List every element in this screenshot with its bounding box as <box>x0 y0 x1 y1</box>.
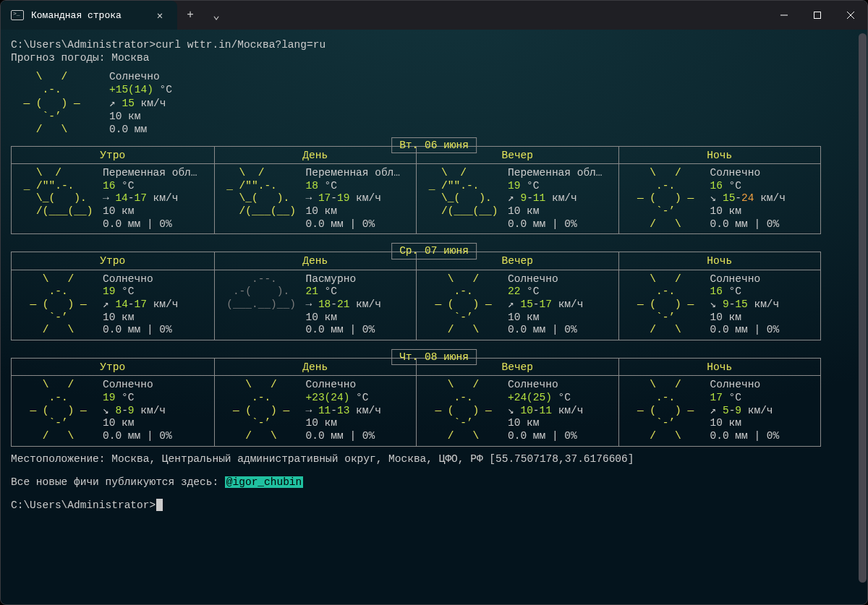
visibility: 10 км <box>103 205 197 218</box>
weather-ascii-icon: \ / .-. ― ( ) ― `-’ / \ <box>17 273 98 337</box>
visibility: 10 км <box>306 205 401 218</box>
current-temp: +15(14) °C <box>109 83 172 96</box>
weather-ascii-icon: \ / .-. ― ( ) ― `-’ / \ <box>625 167 706 231</box>
new-tab-button[interactable]: + <box>177 1 203 30</box>
weather-ascii-icon: .--. .-( ). (___.__)__) <box>221 273 302 325</box>
weather-ascii-icon: \ / .-. ― ( ) ― `-’ / \ <box>11 70 105 136</box>
current-visibility: 10 км <box>109 110 172 123</box>
weather-ascii-icon: \ / .-. ― ( ) ― `-’ / \ <box>17 379 98 442</box>
precipitation: 0.0 мм | 0% <box>710 218 786 231</box>
forecast-cell-info: Солнечно19 °C↗ 14-17 км/ч10 км0.0 мм | 0… <box>103 273 178 337</box>
titlebar-drag-region[interactable] <box>229 1 767 30</box>
close-window-button[interactable] <box>834 1 867 30</box>
forecast-grid: Утро \ / .-. ― ( ) ― `-’ / \Солнечно19 °… <box>11 252 821 340</box>
temperature: 19 °C <box>103 286 178 299</box>
news-line: Все новые фичи публикуются здесь: @igor_… <box>11 476 857 489</box>
current-info: Солнечно +15(14) °C ↗ 15 км/ч 10 км 0.0 … <box>109 70 172 136</box>
forecast-cell: \ / _ /"".-. \_( ). /(___(__)Переменная … <box>215 164 417 233</box>
condition-text: Солнечно <box>306 379 381 392</box>
weather-ascii-icon: \ / .-. ― ( ) ― `-’ / \ <box>221 379 302 442</box>
condition-text: Солнечно <box>710 379 780 392</box>
temperature: 22 °C <box>508 286 583 299</box>
weather-ascii-icon: \ / _ /"".-. \_( ). /(___(__) <box>17 167 98 218</box>
weather-ascii-icon: \ / _ /"".-. \_( ). /(___(__) <box>221 167 302 218</box>
forecast-grid: Утро \ / _ /"".-. \_( ). /(___(__)Переме… <box>11 146 821 235</box>
tab-close-button[interactable]: ✕ <box>150 9 170 22</box>
forecast-cell: .--. .-( ). (___.__)__) Пасмурно21 °C→ 1… <box>215 270 417 340</box>
temperature: 16 °C <box>710 286 780 299</box>
minimize-button[interactable] <box>767 1 801 30</box>
forecast-cell: \ / .-. ― ( ) ― `-’ / \Солнечно17 °C↗ 5-… <box>619 376 821 445</box>
twitter-handle: @igor_chubin <box>225 476 303 488</box>
forecast-header: Прогноз погоды: Москва <box>11 51 857 64</box>
forecast-grid: Утро \ / .-. ― ( ) ― `-’ / \Солнечно19 °… <box>11 358 821 447</box>
current-conditions: \ / .-. ― ( ) ― `-’ / \ Солнечно +15(14)… <box>11 70 857 136</box>
forecast-cell-info: Солнечно16 °C↘ 9-15 км/ч10 км0.0 мм | 0% <box>710 273 780 337</box>
tab-dropdown-button[interactable]: ⌄ <box>203 1 229 30</box>
forecast-cell: \ / .-. ― ( ) ― `-’ / \Солнечно22 °C↗ 15… <box>417 270 618 340</box>
visibility: 10 км <box>103 417 172 430</box>
wind: → 17-19 км/ч <box>306 192 401 205</box>
forecast-cell: \ / .-. ― ( ) ― `-’ / \Солнечно19 °C↘ 8-… <box>12 376 214 445</box>
forecast-cell: \ / _ /"".-. \_( ). /(___(__)Переменная … <box>12 164 214 233</box>
wind: ↘ 9-15 км/ч <box>710 299 780 312</box>
scrollbar-thumb[interactable] <box>859 33 867 583</box>
weather-ascii-icon: \ / _ /"".-. \_( ). /(___(__) <box>422 167 503 218</box>
precipitation: 0.0 мм | 0% <box>710 324 780 337</box>
daypart-header: Ночь <box>619 252 821 270</box>
precipitation: 0.0 мм | 0% <box>508 218 603 231</box>
forecast-date: Чт. 08 июня <box>391 349 477 365</box>
tab-active[interactable]: Командная строка ✕ <box>1 1 177 30</box>
precipitation: 0.0 мм | 0% <box>103 324 178 337</box>
terminal-icon <box>11 10 24 20</box>
prompt: C:\Users\Administrator> <box>11 499 156 511</box>
condition-text: Солнечно <box>508 379 583 392</box>
forecast-cell-info: Солнечно19 °C↘ 8-9 км/ч10 км0.0 мм | 0% <box>103 379 172 442</box>
forecast-day: Вт. 06 июняУтро \ / _ /"".-. \_( ). /(__… <box>11 146 857 235</box>
forecast-cell-info: Солнечно16 °C↘ 15-24 км/ч10 км0.0 мм | 0… <box>710 167 786 231</box>
wind: ↗ 15-17 км/ч <box>508 299 583 312</box>
forecast-cell: \ / .-. ― ( ) ― `-’ / \Солнечно16 °C↘ 15… <box>619 164 821 233</box>
forecast-cell-info: Пасмурно21 °C→ 18-21 км/ч10 км0.0 мм | 0… <box>306 273 381 337</box>
prompt-line[interactable]: C:\Users\Administrator> <box>11 499 857 512</box>
forecast-cell-info: Солнечно22 °C↗ 15-17 км/ч10 км0.0 мм | 0… <box>508 273 583 337</box>
visibility: 10 км <box>508 417 583 430</box>
daypart-header: Ночь <box>619 147 821 164</box>
terminal-viewport[interactable]: C:\Users\Administrator>curl wttr.in/Моск… <box>1 30 867 516</box>
forecast-day: Ср. 07 июняУтро \ / .-. ― ( ) ― `-’ / \С… <box>11 252 857 340</box>
current-condition: Солнечно <box>109 70 172 83</box>
temperature: 18 °C <box>306 180 401 193</box>
forecast-column: Ночь \ / .-. ― ( ) ― `-’ / \Солнечно17 °… <box>618 359 821 446</box>
forecast-cell: \ / _ /"".-. \_( ). /(___(__)Переменная … <box>417 164 618 233</box>
forecast-cell: \ / .-. ― ( ) ― `-’ / \Солнечно19 °C↗ 14… <box>12 270 214 340</box>
daypart-header: День <box>215 359 417 376</box>
daypart-header: Ночь <box>619 359 821 376</box>
maximize-button[interactable] <box>801 1 834 30</box>
current-wind: ↗ 15 км/ч <box>109 97 172 110</box>
visibility: 10 км <box>103 312 178 325</box>
precipitation: 0.0 мм | 0% <box>306 430 381 443</box>
condition-text: Солнечно <box>508 273 583 286</box>
temperature: 19 °C <box>508 180 603 193</box>
forecast-cell-info: Переменная обл…16 °C→ 14-17 км/ч10 км0.0… <box>103 167 197 231</box>
temperature: 16 °C <box>103 180 197 193</box>
forecast-column: Утро \ / .-. ― ( ) ― `-’ / \Солнечно19 °… <box>12 252 214 340</box>
condition-text: Солнечно <box>103 379 172 392</box>
wind: ↘ 15-24 км/ч <box>710 192 786 205</box>
forecast-date: Ср. 07 июня <box>391 243 477 259</box>
condition-text: Солнечно <box>103 273 178 286</box>
temperature: 16 °C <box>710 180 786 193</box>
forecast-column: Вечер \ / .-. ― ( ) ― `-’ / \Солнечно22 … <box>416 252 618 340</box>
forecast-column: Утро \ / _ /"".-. \_( ). /(___(__)Переме… <box>12 147 214 234</box>
forecast-column: День \ / _ /"".-. \_( ). /(___(__)Переме… <box>214 147 417 234</box>
vertical-scrollbar[interactable] <box>859 33 867 597</box>
forecast-column: Вечер \ / .-. ― ( ) ― `-’ / \Солнечно+24… <box>416 359 618 446</box>
forecast-cell-info: Переменная обл…19 °C↗ 9-11 км/ч10 км0.0 … <box>508 167 603 231</box>
current-precipitation: 0.0 мм <box>109 123 172 136</box>
forecast-column: Ночь \ / .-. ― ( ) ― `-’ / \Солнечно16 °… <box>618 252 821 340</box>
precipitation: 0.0 мм | 0% <box>508 430 583 443</box>
visibility: 10 км <box>710 417 780 430</box>
temperature: +23(24) °C <box>306 392 381 405</box>
condition-text: Переменная обл… <box>103 167 197 180</box>
visibility: 10 км <box>508 312 583 325</box>
